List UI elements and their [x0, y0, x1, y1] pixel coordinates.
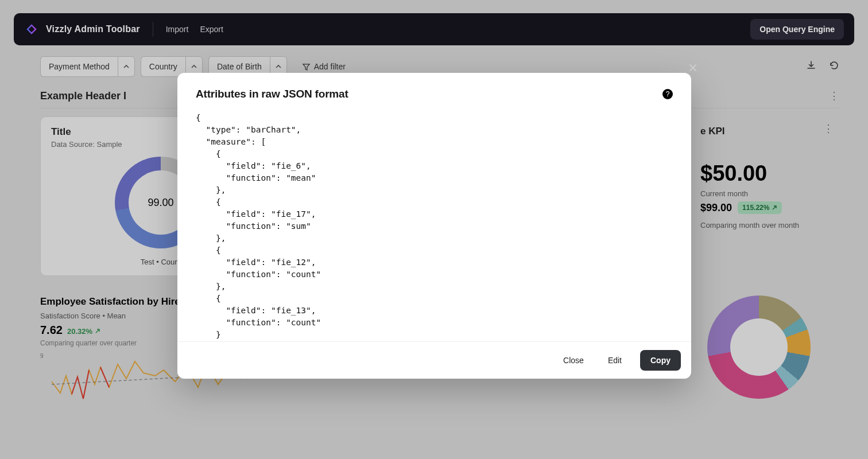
json-attributes-modal: Attributes in raw JSON format ? { "type"…: [177, 73, 691, 379]
close-icon[interactable]: [688, 63, 698, 75]
json-code-block[interactable]: { "type": "barChart", "measure": [ { "fi…: [196, 112, 673, 341]
copy-button[interactable]: Copy: [640, 350, 681, 371]
modal-title: Attributes in raw JSON format: [196, 88, 348, 100]
close-button[interactable]: Close: [557, 351, 590, 369]
edit-button[interactable]: Edit: [602, 351, 627, 369]
help-icon[interactable]: ?: [662, 89, 673, 99]
